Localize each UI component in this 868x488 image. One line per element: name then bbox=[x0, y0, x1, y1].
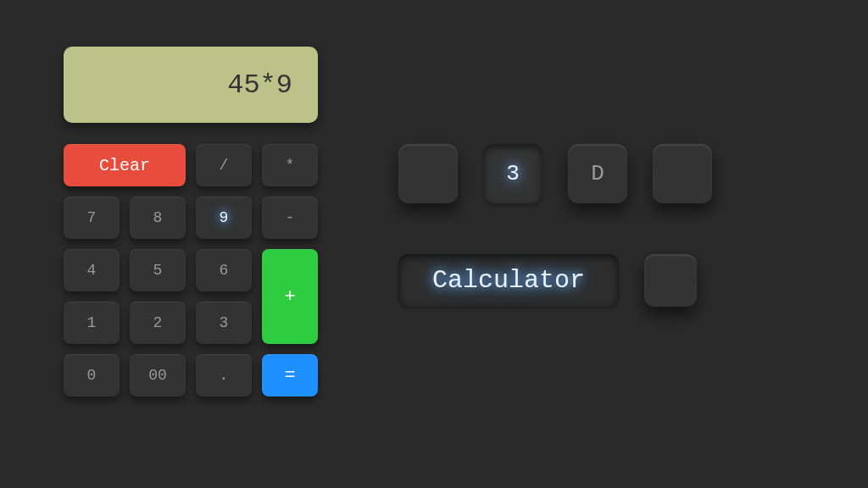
digit-5-button[interactable]: 5 bbox=[130, 249, 186, 291]
divide-button[interactable]: / bbox=[196, 144, 252, 186]
calculator-keypad: Clear / * 7 8 9 - 4 5 6 + 1 2 3 0 00 . = bbox=[64, 144, 318, 396]
calculator-display: 45*9 bbox=[64, 47, 318, 123]
digit-8-button[interactable]: 8 bbox=[130, 197, 186, 239]
digit-4-button[interactable]: 4 bbox=[64, 249, 120, 291]
equals-button[interactable]: = bbox=[262, 354, 318, 396]
digit-7-button[interactable]: 7 bbox=[64, 197, 120, 239]
digit-1-button[interactable]: 1 bbox=[64, 302, 120, 344]
calculator-widget: 45*9 Clear / * 7 8 9 - 4 5 6 + 1 2 3 0 0… bbox=[64, 47, 318, 396]
digit-6-button[interactable]: 6 bbox=[196, 249, 252, 291]
showcase-top-row: 3 D bbox=[398, 144, 712, 203]
multiply-button[interactable]: * bbox=[262, 144, 318, 186]
showcase-bottom-row: Calculator bbox=[398, 254, 712, 307]
digit-00-button[interactable]: 00 bbox=[130, 354, 186, 396]
showcase-key-d[interactable]: D bbox=[568, 144, 627, 203]
minus-button[interactable]: - bbox=[262, 197, 318, 239]
digit-3-button[interactable]: 3 bbox=[196, 302, 252, 344]
digit-9-button[interactable]: 9 bbox=[196, 197, 252, 239]
showcase-key-blank-2[interactable] bbox=[653, 144, 712, 203]
showcase-key-blank-1[interactable] bbox=[398, 144, 458, 203]
digit-2-button[interactable]: 2 bbox=[130, 302, 186, 344]
showcase-key-square[interactable] bbox=[644, 254, 697, 307]
digit-0-button[interactable]: 0 bbox=[64, 354, 120, 396]
plus-button[interactable]: + bbox=[262, 249, 318, 344]
showcase-panel: 3 D Calculator bbox=[398, 144, 712, 307]
calculator-label-button[interactable]: Calculator bbox=[398, 254, 619, 307]
showcase-key-3[interactable]: 3 bbox=[483, 144, 542, 203]
clear-button[interactable]: Clear bbox=[64, 144, 186, 186]
decimal-button[interactable]: . bbox=[196, 354, 252, 396]
